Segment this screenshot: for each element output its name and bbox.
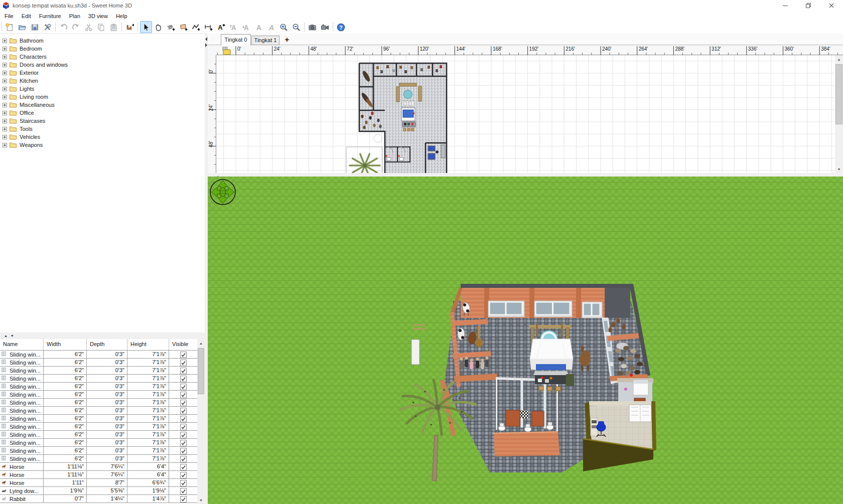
expand-icon[interactable] [3,111,7,115]
toolbar-grip[interactable] [1,23,2,32]
tree-item-bedroom[interactable]: Bedroom [0,45,205,53]
expand-icon[interactable] [3,55,7,59]
copy-button[interactable] [95,21,107,33]
visible-checkbox[interactable] [180,352,187,358]
create-dimensions-button[interactable] [203,21,215,33]
visible-checkbox[interactable] [180,488,187,494]
table-row[interactable]: Horse1'11"8'7"6'6¾" [0,479,205,487]
create-video-button[interactable] [319,21,331,33]
column-header-name[interactable]: Name [0,339,44,350]
tree-item-doors-and-windows[interactable]: Doors and windows [0,61,205,69]
menu-help[interactable]: Help [112,11,131,21]
expand-icon[interactable] [3,79,7,83]
visible-checkbox[interactable] [180,472,187,478]
visible-checkbox[interactable] [180,368,187,374]
visible-checkbox[interactable] [180,432,187,438]
cut-button[interactable] [83,21,95,33]
visible-checkbox[interactable] [180,360,187,366]
select-button[interactable] [140,21,152,33]
scroll-down-button[interactable]: ▼ [197,496,205,504]
expand-icon[interactable] [3,63,7,67]
tab-tingkat-0[interactable]: Tingkat 0 [221,34,251,46]
expand-icon[interactable] [3,87,7,91]
column-header-visible[interactable]: Visible [169,339,197,350]
catalog-table-splitter[interactable]: ▲ ▼ [0,332,205,339]
restore-button[interactable] [797,0,820,11]
visible-checkbox[interactable] [180,392,187,398]
create-photo-button[interactable] [307,21,319,33]
scroll-down-button[interactable]: ▼ [835,165,843,173]
add-level-tab-button[interactable]: + [282,35,292,44]
table-row[interactable]: Sliding win...6'2"0'3"7'1⅞" [0,383,205,391]
tree-item-miscellaneous[interactable]: Miscellaneous [0,101,205,109]
tree-item-characters[interactable]: Characters [0,53,205,61]
scroll-up-button[interactable]: ▲ [835,55,843,63]
decrease-text-size-button[interactable]: A [240,21,252,33]
level-marker-icon[interactable] [222,47,231,56]
scrollbar-thumb[interactable] [198,348,204,394]
collapse-right-icon[interactable] [205,43,207,47]
visible-checkbox[interactable] [180,480,187,486]
table-row[interactable]: Sliding win...6'2"0'3"7'1⅞" [0,351,205,359]
minimize-button[interactable] [774,0,797,11]
menu-file[interactable]: File [0,11,18,21]
visible-checkbox[interactable] [180,456,187,462]
view-3d-canvas[interactable] [208,177,843,504]
menu-edit[interactable]: Edit [18,11,35,21]
tree-item-office[interactable]: Office [0,109,205,117]
tree-item-tools[interactable]: Tools [0,125,205,133]
table-row[interactable]: Sliding win...6'2"0'3"7'1⅞" [0,439,205,447]
add-furniture-button[interactable] [124,21,136,33]
expand-icon[interactable] [3,143,7,147]
close-button[interactable] [820,0,843,11]
table-row[interactable]: Sliding win...6'2"0'3"7'1⅞" [0,407,205,415]
italic-button[interactable]: A [265,21,277,33]
table-row[interactable]: Sliding win...6'2"0'3"7'1⅞" [0,431,205,439]
table-row[interactable]: Horse1'11⅛"7'6¼"6'4" [0,463,205,471]
tree-item-weapons[interactable]: Weapons [0,141,205,149]
table-row[interactable]: Sliding win...6'2"0'3"7'1⅞" [0,455,205,463]
new-plan-button[interactable] [4,21,16,33]
visible-checkbox[interactable] [180,408,187,414]
column-header-height[interactable]: Height [127,339,169,350]
table-row[interactable]: Sliding win...6'2"0'3"7'1⅞" [0,399,205,407]
menu-3d-view[interactable]: 3D view [84,11,112,21]
menu-plan[interactable]: Plan [65,11,84,21]
tree-item-bathroom[interactable]: Bathroom [0,37,205,45]
create-walls-button[interactable] [165,21,177,33]
furniture-table-scrollbar[interactable]: ▲▼ [197,339,205,504]
visible-checkbox[interactable] [180,376,187,382]
tab-tingkat-1[interactable]: Tingkat 1 [251,36,279,45]
plan-2d-canvas[interactable] [216,55,835,173]
plan-vertical-scrollbar[interactable]: ▲▼ [835,55,843,173]
table-row[interactable]: Lying dow...1'9⅜"5'5⅜"1'9⅛" [0,487,205,495]
table-row[interactable]: Sliding win...6'2"0'3"7'1⅞" [0,375,205,383]
tree-item-vehicles[interactable]: Vehicles [0,133,205,141]
tree-item-living-room[interactable]: Living room [0,93,205,101]
expand-icon[interactable] [3,71,7,75]
visible-checkbox[interactable] [180,424,187,430]
tree-item-staircases[interactable]: Staircases [0,117,205,125]
table-row[interactable]: Sliding win...6'2"0'3"7'1⅞" [0,423,205,431]
table-row[interactable]: Sliding win...6'2"0'3"7'1⅞" [0,391,205,399]
tree-item-exterior[interactable]: Exterior [0,69,205,77]
zoom-out-button[interactable] [291,21,303,33]
bold-button[interactable]: A [253,21,265,33]
preferences-button[interactable] [42,21,54,33]
column-header-width[interactable]: Width [44,339,87,350]
scrollbar-thumb[interactable] [835,64,842,124]
visible-checkbox[interactable] [180,416,187,422]
expand-icon[interactable] [3,103,7,107]
table-row[interactable]: Rabbit0'7"1'4¼"1'4⅞" [0,495,205,503]
table-row[interactable]: Sliding win...6'2"0'3"7'1⅞" [0,359,205,367]
visible-checkbox[interactable] [180,496,187,502]
paste-button[interactable] [108,21,120,33]
expand-icon[interactable] [3,47,7,51]
visible-checkbox[interactable] [180,464,187,470]
help-button[interactable]: ? [335,21,347,33]
table-row[interactable]: Sliding win...6'2"0'3"7'1⅞" [0,447,205,455]
visible-checkbox[interactable] [180,400,187,406]
column-header-depth[interactable]: Depth [87,339,127,350]
tree-item-kitchen[interactable]: Kitchen [0,77,205,85]
menu-furniture[interactable]: Furniture [35,11,65,21]
